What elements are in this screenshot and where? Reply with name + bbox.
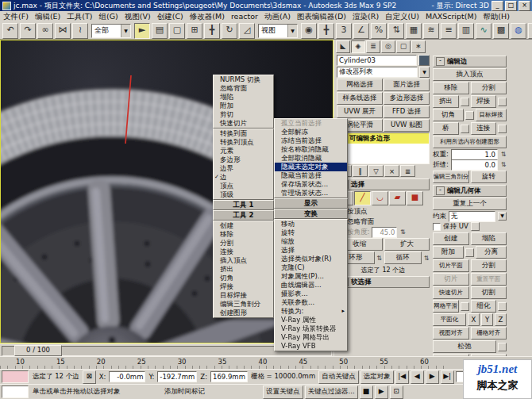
stop-icon[interactable]: ■: [360, 386, 373, 399]
quad-item[interactable]: 目标焊接: [214, 291, 273, 300]
select-object-icon[interactable]: ►: [134, 23, 150, 39]
quad-item[interactable]: 隐藏当前选择: [275, 171, 347, 180]
y-coordinate-field[interactable]: -192.7mm: [157, 371, 197, 382]
view-align-button[interactable]: 视图对齐: [433, 327, 469, 340]
cut-button[interactable]: 切割: [471, 286, 507, 299]
quad-item[interactable]: 管理场景状态...: [275, 189, 347, 198]
crease-field[interactable]: 0.0: [451, 159, 498, 171]
quad-item[interactable]: 克隆(C): [275, 263, 347, 272]
quad-item[interactable]: 多边形: [214, 155, 273, 164]
slice-plane-button[interactable]: 切片平面: [433, 259, 469, 272]
quad-item[interactable]: 塌陷: [214, 93, 273, 102]
tab-create[interactable]: ◣: [336, 40, 350, 53]
quad-item[interactable]: 转换到面: [214, 129, 273, 138]
loop-button[interactable]: 循环: [384, 251, 422, 264]
make-planar-button[interactable]: 平面化: [433, 313, 466, 326]
quad-item[interactable]: 插入顶点: [214, 256, 273, 265]
menu-item[interactable]: 组(G): [96, 11, 121, 22]
redo-icon[interactable]: ↷: [20, 23, 36, 39]
quad-item[interactable]: 选择类似对象(R): [275, 255, 347, 263]
bind-to-spacewarp-icon[interactable]: ≀: [72, 23, 88, 39]
menu-item[interactable]: reactor: [228, 11, 261, 22]
tessellate-button[interactable]: 细化: [471, 300, 497, 313]
key-target-dropdown[interactable]: 选定对象: [360, 370, 394, 384]
configure-modifier-sets-icon[interactable]: ≣: [400, 165, 415, 177]
quad-item[interactable]: 元素: [214, 147, 273, 155]
previous-frame-icon[interactable]: ◀: [411, 370, 424, 384]
stack-row-editable-poly[interactable]: 可编辑多边形: [337, 133, 429, 144]
detach-button[interactable]: 分离: [476, 246, 507, 259]
modifier-stack[interactable]: 可编辑多边形: [337, 132, 430, 164]
menu-item[interactable]: 视图(V): [121, 11, 154, 22]
quad-item[interactable]: 全部取消隐藏: [275, 154, 347, 163]
close-button[interactable]: ×: [519, 1, 530, 11]
quad-item[interactable]: 移动: [275, 220, 347, 228]
quad-item[interactable]: 曲线编辑器...: [275, 281, 347, 290]
element-subobject-icon[interactable]: ■: [407, 191, 423, 205]
rollout-edit-geometry-header[interactable]: -编辑几何体: [433, 185, 507, 197]
quad-item[interactable]: 保存场景状态...: [275, 180, 347, 189]
time-config-icon[interactable]: ⊡: [390, 386, 403, 399]
quad-item[interactable]: 孤立当前选择: [275, 119, 347, 128]
object-name-field[interactable]: Cylinder03: [337, 55, 417, 66]
chamfer-button[interactable]: 切角: [433, 109, 464, 121]
time-slider-handle[interactable]: 0 / 100: [14, 345, 62, 356]
weld-button[interactable]: 焊接: [471, 95, 497, 108]
select-and-scale-icon[interactable]: ◿: [239, 23, 255, 39]
quad-item[interactable]: 附加: [214, 102, 273, 110]
maxscript-mini-listener-input[interactable]: [2, 386, 29, 398]
quad-item[interactable]: 缩放: [275, 237, 347, 246]
auto-key-button[interactable]: 自动关键点: [318, 370, 359, 384]
grid-align-button[interactable]: 栅格对齐: [471, 327, 507, 340]
quad-item[interactable]: 摄影表...: [275, 290, 347, 298]
material-editor-icon[interactable]: ◍: [511, 23, 526, 39]
collapse-button[interactable]: 塌陷: [471, 232, 507, 245]
play-icon[interactable]: ▶: [375, 386, 388, 399]
quad-item[interactable]: 切角: [214, 274, 273, 282]
quad-item[interactable]: 转换为:▸: [275, 307, 347, 316]
snap-toggle-3d-icon[interactable]: 3: [336, 23, 352, 39]
border-subobject-icon[interactable]: ◡: [372, 191, 388, 205]
menu-item[interactable]: 渲染(R): [349, 11, 382, 22]
quad-header-tools1[interactable]: 工具 1: [213, 200, 274, 210]
remove-modifier-icon[interactable]: ×: [384, 165, 399, 177]
quad-item[interactable]: 边界: [214, 164, 273, 173]
weight-field[interactable]: 1.0: [451, 149, 498, 160]
rollout-selection-header[interactable]: -选择: [337, 178, 430, 190]
set-key-button[interactable]: 设置关键点: [263, 386, 303, 399]
go-to-start-icon[interactable]: |◀: [395, 370, 409, 384]
quad-item[interactable]: 顶点: [214, 182, 273, 190]
quad-item[interactable]: ✓边: [214, 173, 273, 182]
quad-item[interactable]: 焊接: [214, 282, 273, 291]
layer-manager-icon[interactable]: ▥: [458, 23, 474, 39]
attach-settings-button[interactable]: [465, 248, 474, 257]
next-frame-icon[interactable]: ▶: [426, 370, 439, 384]
rectangular-selection-region-icon[interactable]: ▢: [169, 23, 185, 39]
quad-item[interactable]: 旋转: [275, 228, 347, 237]
by-angle-field[interactable]: 45.0: [372, 227, 397, 238]
constraints-dropdown[interactable]: 无: [449, 211, 495, 222]
bridge-button[interactable]: 桥: [433, 122, 459, 135]
window-crossing-icon[interactable]: ⊞: [187, 23, 202, 39]
angle-snap-icon[interactable]: ∠: [353, 23, 369, 39]
planar-z-button[interactable]: Z: [495, 313, 507, 326]
quad-item[interactable]: 关联参数...: [275, 298, 347, 307]
x-coordinate-field[interactable]: -0.0mm: [109, 371, 145, 382]
create-shape-button[interactable]: 利用所选内容创建图形: [433, 136, 507, 148]
rollout-soft-selection-header[interactable]: +软选择: [337, 276, 430, 288]
edit-triangulation-button[interactable]: 编辑三角剖分: [433, 171, 469, 183]
schematic-view-icon[interactable]: ▩: [493, 23, 509, 39]
tab-modify[interactable]: ◈: [351, 40, 365, 53]
tab-hierarchy[interactable]: ≣: [366, 40, 380, 53]
maxscript-mini-listener[interactable]: [2, 370, 29, 383]
menu-item[interactable]: 编辑(E): [32, 11, 64, 22]
selection-filter-dropdown[interactable]: 全部 ▼: [91, 24, 131, 38]
extrude-settings-button[interactable]: [461, 98, 469, 106]
menu-item[interactable]: 自定义(U): [382, 11, 422, 22]
insert-vertex-button[interactable]: 插入顶点: [433, 68, 507, 81]
planar-y-button[interactable]: Y: [481, 313, 493, 326]
quad-item[interactable]: 隐藏未选定对象: [275, 163, 347, 171]
quad-item[interactable]: 转换到顶点: [214, 138, 273, 147]
weld-settings-button[interactable]: [498, 98, 507, 106]
modifier-preset-button[interactable]: UVW 贴图: [384, 119, 430, 132]
